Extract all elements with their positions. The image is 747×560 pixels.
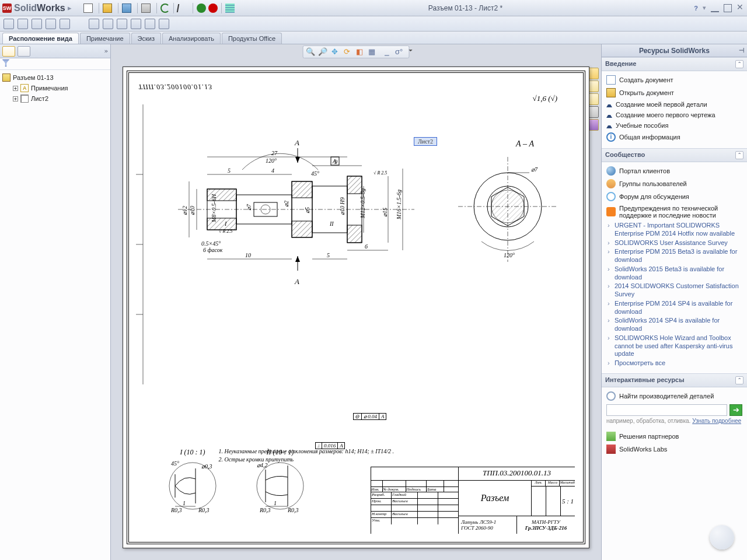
filter-funnel-icon[interactable] <box>2 60 9 66</box>
3d-view-icon[interactable]: ◧ <box>355 47 364 57</box>
search-hint: например, обработка, отливка. Узнать под… <box>604 418 745 424</box>
display-style-icon[interactable]: ▦ <box>367 47 376 57</box>
puzzle-icon <box>606 432 616 441</box>
tab-annotation[interactable]: Примечание <box>80 33 130 44</box>
news-link[interactable]: Enterprise PDM 2014 SP4 is available for… <box>615 300 745 316</box>
section-community-header[interactable]: Сообществоˆ <box>602 148 747 162</box>
learn-more-link[interactable]: Узнать подробнее <box>692 418 741 424</box>
link-tutorials[interactable]: Учебные пособия <box>604 120 745 131</box>
news-link[interactable]: SOLIDWORKS User Assistance Survey <box>615 239 745 247</box>
select-icon[interactable] <box>176 4 187 12</box>
cmd-icon-11[interactable] <box>159 19 169 29</box>
link-create-document[interactable]: Создать документ <box>604 74 745 86</box>
zoom-fit-icon[interactable]: 🔍 <box>306 47 315 57</box>
globe-icon <box>606 166 616 176</box>
news-link[interactable]: Enterprise PDM 2015 Beta3 is available f… <box>615 248 745 264</box>
supplier-search-input[interactable] <box>606 404 727 416</box>
hide-show-icon[interactable]: ⎯ <box>382 47 392 57</box>
svg-text:А: А <box>294 138 299 147</box>
rebuild-red-icon[interactable] <box>208 4 218 13</box>
zoom-area-icon[interactable]: 🔎 <box>318 47 327 57</box>
cmd-icon-5[interactable] <box>60 19 70 29</box>
graphics-area[interactable]: 🔍 🔎 ✥ ⟳ ◧ ▦ ⎯ σ° Лист2 ТПП.03.200100.01.… <box>111 44 601 560</box>
tab-evaluate[interactable]: Анализировать <box>162 33 221 44</box>
new-doc-icon[interactable] <box>83 4 93 13</box>
gdt-frame-1: ⊖⌀ 0.04А <box>353 413 386 420</box>
info-icon: i <box>606 132 616 142</box>
go-button[interactable]: ➔ <box>729 404 742 416</box>
link-customer-portal[interactable]: Портал клиентов <box>604 164 745 177</box>
news-link[interactable]: URGENT - Important SOLIDWORKS Enterprise… <box>615 222 745 238</box>
link-first-drawing[interactable]: Создание моего первого чертежа <box>604 110 745 120</box>
minimize-button[interactable] <box>711 4 719 12</box>
cmd-icon-9[interactable] <box>131 19 141 29</box>
menu-dropdown-icon[interactable]: ▸ <box>68 4 72 12</box>
cmd-icon-10[interactable] <box>145 19 155 29</box>
news-link[interactable]: 2014 SOLIDWORKS Customer Satisfaction Su… <box>615 282 745 299</box>
view-orient-icon[interactable]: σ° <box>395 47 404 57</box>
cmd-icon-6[interactable] <box>89 19 99 29</box>
cmd-icon-8[interactable] <box>117 19 127 29</box>
cmd-icon-7[interactable] <box>103 19 113 29</box>
feature-tree-tab-icon[interactable] <box>2 46 15 57</box>
options-icon[interactable] <box>225 4 235 13</box>
link-general-info[interactable]: iОбщая информация <box>604 131 745 144</box>
tree-root[interactable]: Разъем 01-13 <box>2 72 108 83</box>
cmd-icon-1[interactable] <box>4 19 14 29</box>
chevron-up-icon[interactable]: ˆ <box>735 151 743 159</box>
news-link[interactable]: SolidWorks 2014 SP4 is available for dow… <box>615 317 745 333</box>
undo-icon[interactable] <box>160 4 170 13</box>
link-sw-labs[interactable]: SolidWorks Labs <box>604 443 745 456</box>
print-icon[interactable] <box>141 4 151 13</box>
news-link[interactable]: SOLIDWORKS Hole Wizard and Toolbox canno… <box>615 334 745 358</box>
link-first-part[interactable]: Создание моей первой детали <box>604 99 745 110</box>
close-button[interactable]: ✕ <box>736 4 745 12</box>
sheet-icon <box>20 94 29 103</box>
section-online-header[interactable]: Интерактивные ресурсыˆ <box>602 373 747 387</box>
rotate-icon[interactable]: ⟳ <box>343 47 352 57</box>
tab-office[interactable]: Продукты Office <box>222 33 282 44</box>
cmd-icon-4[interactable] <box>46 19 56 29</box>
link-open-document[interactable]: Открыть документ <box>604 86 745 99</box>
cmd-icon-2[interactable] <box>18 19 28 29</box>
help-dropdown[interactable]: ▾ <box>703 4 706 12</box>
open-icon[interactable] <box>103 4 112 13</box>
3dconnexion-icon[interactable] <box>710 525 734 550</box>
save-icon[interactable] <box>122 4 131 13</box>
svg-text:⌀10 H9: ⌀10 H9 <box>339 197 345 215</box>
expand-icon[interactable]: + <box>13 96 18 102</box>
collapse-panel-button[interactable]: » <box>104 47 108 55</box>
svg-text:1: 1 <box>274 500 277 506</box>
feature-tree: Разъем 01-13 + Примечания + Лист2 <box>0 70 110 106</box>
link-partner-solutions[interactable]: Решения партнеров <box>604 430 745 443</box>
pin-icon[interactable]: ⊣ <box>739 47 745 54</box>
maximize-button[interactable] <box>724 4 732 12</box>
tree-item-sheet[interactable]: + Лист2 <box>2 93 108 104</box>
link-user-groups[interactable]: Группы пользователей <box>604 177 745 190</box>
news-view-all[interactable]: Просмотреть все <box>615 359 745 368</box>
link-alerts[interactable]: Предупреждения по технической поддержке … <box>604 203 745 220</box>
command-manager-tabs: Расположение вида Примечание Эскиз Анали… <box>0 32 747 44</box>
property-tab-icon[interactable] <box>18 46 30 57</box>
tree-item-annotations[interactable]: + Примечания <box>2 83 108 93</box>
svg-point-79 <box>257 463 303 509</box>
news-link[interactable]: SolidWorks 2015 Beta3 is available for d… <box>615 265 745 282</box>
tab-view-layout[interactable]: Расположение вида <box>2 33 79 44</box>
svg-text:√ R 2.5: √ R 2.5 <box>219 229 232 234</box>
svg-text:⌀5: ⌀5 <box>304 207 310 214</box>
svg-text:II: II <box>329 220 334 227</box>
svg-text:А: А <box>294 277 299 285</box>
pan-icon[interactable]: ✥ <box>330 47 340 57</box>
cmd-icon-3[interactable] <box>32 19 42 29</box>
help-icon[interactable]: ? <box>694 5 698 12</box>
svg-text:45°: 45° <box>311 170 319 177</box>
speech-bubble-icon <box>606 192 616 201</box>
expand-icon[interactable]: + <box>13 86 18 91</box>
rebuild-green-icon[interactable] <box>197 4 206 13</box>
svg-text:⌀12: ⌀12 <box>181 206 188 215</box>
chevron-up-icon[interactable]: ˆ <box>735 60 743 68</box>
chevron-up-icon[interactable]: ˆ <box>735 376 743 384</box>
tab-sketch[interactable]: Эскиз <box>131 33 161 44</box>
link-forum[interactable]: Форум для обсуждения <box>604 190 745 203</box>
section-intro-header[interactable]: Введениеˆ <box>602 57 747 71</box>
